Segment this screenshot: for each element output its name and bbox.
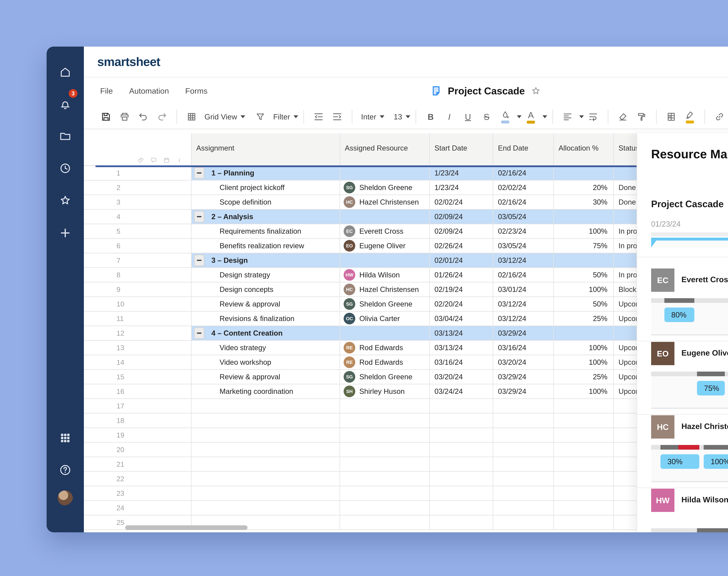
resource-cell[interactable]: ECEverett Cross xyxy=(340,224,430,238)
row-number[interactable]: 9 xyxy=(84,283,192,296)
table-row[interactable]: 24 xyxy=(84,501,686,515)
text-color-button[interactable]: A xyxy=(524,108,538,125)
start-date-cell[interactable]: 02/02/24 xyxy=(430,195,493,209)
dt-cell[interactable] xyxy=(430,413,493,428)
view-selector[interactable]: Grid View xyxy=(204,112,237,121)
resource-cell[interactable]: EOEugene Oliver xyxy=(340,239,430,253)
row-number[interactable]: 17 xyxy=(84,399,192,413)
column-header-start-date[interactable]: Start Date xyxy=(430,133,493,165)
allocation-cell[interactable]: 100% xyxy=(554,355,614,369)
dt-cell[interactable] xyxy=(430,428,493,442)
table-row[interactable]: 11Revisions & finalizationOCOlivia Carte… xyxy=(84,312,686,326)
resource-cell[interactable]: RERod Edwards xyxy=(340,341,430,355)
collapse-button[interactable] xyxy=(194,327,204,339)
dt-cell[interactable] xyxy=(430,472,493,486)
resource-cell[interactable] xyxy=(340,210,430,224)
dt2-cell[interactable] xyxy=(493,515,554,529)
row-number[interactable]: 22 xyxy=(84,472,192,486)
outdent-button[interactable] xyxy=(312,108,326,125)
end-date-cell[interactable]: 03/29/24 xyxy=(493,370,554,384)
assignment-cell[interactable]: 1 – Planning xyxy=(192,166,340,180)
allocation-cell[interactable]: 50% xyxy=(554,297,614,311)
fill-color-button[interactable] xyxy=(498,108,512,125)
highlight-button[interactable] xyxy=(683,108,697,125)
asg-cell[interactable] xyxy=(192,472,340,486)
start-date-cell[interactable]: 02/01/24 xyxy=(430,253,493,267)
asg-cell[interactable] xyxy=(192,443,340,457)
row-number[interactable]: 12 xyxy=(84,326,192,340)
al-cell[interactable] xyxy=(554,457,614,471)
dt-cell[interactable] xyxy=(430,515,493,529)
resource-row[interactable]: HCHazel Christensen30%100%25% xyxy=(637,415,728,489)
start-date-cell[interactable]: 1/23/24 xyxy=(430,166,493,180)
row-number[interactable]: 20 xyxy=(84,443,192,457)
row-number[interactable]: 19 xyxy=(84,428,192,442)
font-selector[interactable]: Inter xyxy=(361,112,376,121)
al-cell[interactable] xyxy=(554,428,614,442)
grid-view-icon[interactable] xyxy=(185,108,199,125)
table-row[interactable]: 22 xyxy=(84,472,686,486)
row-number[interactable]: 24 xyxy=(84,501,192,515)
underline-button[interactable]: U xyxy=(461,108,475,125)
allocation-cell[interactable]: 50% xyxy=(554,268,614,282)
allocation-chip[interactable]: 75% xyxy=(697,381,725,396)
assignment-cell[interactable]: Review & approval xyxy=(192,370,340,384)
dt-cell[interactable] xyxy=(430,443,493,457)
al-cell[interactable] xyxy=(554,515,614,529)
dt-cell[interactable] xyxy=(430,501,493,515)
allocation-chip[interactable]: 80% xyxy=(664,308,695,322)
horizontal-scrollbar[interactable] xyxy=(125,525,247,530)
redo-button[interactable] xyxy=(155,108,169,125)
table-row[interactable]: 20 xyxy=(84,443,686,457)
res-cell[interactable] xyxy=(340,413,430,428)
table-row[interactable]: 15Review & approvalSGSheldon Greene03/20… xyxy=(84,370,686,384)
end-date-cell[interactable]: 03/12/24 xyxy=(493,312,554,325)
table-row[interactable]: 13Video strategyRERod Edwards03/13/2403/… xyxy=(84,341,686,355)
menu-automation[interactable]: Automation xyxy=(129,86,169,95)
dt2-cell[interactable] xyxy=(493,443,554,457)
dt2-cell[interactable] xyxy=(493,486,554,500)
resource-cell[interactable]: HWHilda Wilson xyxy=(340,268,430,282)
resource-cell[interactable]: SHShirley Huson xyxy=(340,384,430,398)
column-header-end-date[interactable]: End Date xyxy=(493,133,554,165)
undo-button[interactable] xyxy=(136,108,150,125)
collapse-button[interactable] xyxy=(194,211,204,223)
row-number[interactable]: 21 xyxy=(84,457,192,471)
collapse-button[interactable] xyxy=(194,167,204,179)
dt2-cell[interactable] xyxy=(493,399,554,413)
res-cell[interactable] xyxy=(340,501,430,515)
res-cell[interactable] xyxy=(340,515,430,529)
filter-icon[interactable] xyxy=(253,108,267,125)
table-row[interactable]: 21 xyxy=(84,457,686,472)
row-number[interactable]: 8 xyxy=(84,268,192,282)
row-number[interactable]: 1 xyxy=(84,166,192,180)
assignment-cell[interactable]: Scope definition xyxy=(192,195,340,209)
row-number[interactable]: 4 xyxy=(84,210,192,224)
end-date-cell[interactable]: 03/16/24 xyxy=(493,341,554,355)
table-row[interactable]: 42 – Analysis02/09/2403/05/24 xyxy=(84,210,686,224)
table-row[interactable]: 14Video workshopRERod Edwards03/16/2403/… xyxy=(84,355,686,370)
start-date-cell[interactable]: 02/26/24 xyxy=(430,239,493,253)
asg-cell[interactable] xyxy=(192,399,340,413)
row-number[interactable]: 16 xyxy=(84,384,192,398)
resource-cell[interactable]: RERod Edwards xyxy=(340,355,430,369)
user-avatar[interactable] xyxy=(58,490,73,506)
row-number[interactable]: 5 xyxy=(84,224,192,238)
al-cell[interactable] xyxy=(554,472,614,486)
table-row[interactable]: 10Review & approvalSGSheldon Greene02/20… xyxy=(84,297,686,312)
row-number[interactable]: 2 xyxy=(84,180,192,195)
table-row[interactable]: 16Marketing coordinationSHShirley Huson0… xyxy=(84,384,686,399)
assignment-cell[interactable]: 4 – Content Creation xyxy=(192,326,340,340)
collapse-button[interactable] xyxy=(194,255,204,266)
start-date-cell[interactable]: 02/19/24 xyxy=(430,283,493,296)
resource-row[interactable]: HWHilda Wilson xyxy=(637,489,728,532)
allocation-cell[interactable] xyxy=(554,166,614,180)
allocation-cell[interactable]: 25% xyxy=(554,370,614,384)
row-number[interactable]: 15 xyxy=(84,370,192,384)
dt-cell[interactable] xyxy=(430,399,493,413)
menu-file[interactable]: File xyxy=(100,86,113,95)
start-date-cell[interactable]: 03/20/24 xyxy=(430,370,493,384)
table-row[interactable]: 9Design conceptsHCHazel Christensen02/19… xyxy=(84,283,686,297)
asg-cell[interactable] xyxy=(192,428,340,442)
start-date-cell[interactable]: 03/13/24 xyxy=(430,341,493,355)
